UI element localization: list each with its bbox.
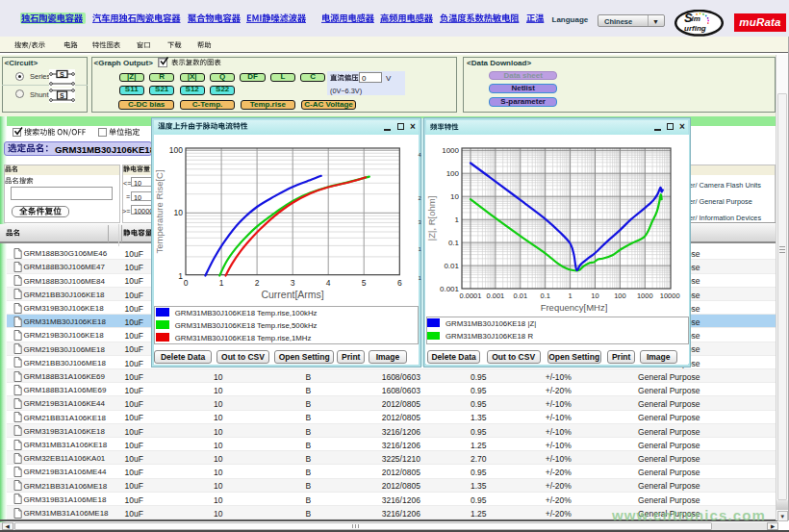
svg-text:1: 1 [178, 271, 183, 281]
svg-text:10: 10 [450, 192, 459, 201]
svg-text:0.01: 0.01 [513, 291, 527, 300]
svg-text:2: 2 [255, 278, 260, 288]
svg-text:0.01: 0.01 [444, 262, 459, 270]
svg-text:100: 100 [169, 145, 183, 155]
svg-text:100: 100 [446, 169, 460, 178]
svg-text:Current[Arms]: Current[Arms] [261, 289, 323, 300]
svg-text:0: 0 [184, 278, 189, 288]
svg-text:5: 5 [362, 278, 367, 288]
svg-text:3: 3 [291, 278, 295, 288]
svg-text:0.001: 0.001 [487, 291, 505, 300]
svg-text:Frequency[MHz]: Frequency[MHz] [541, 302, 608, 313]
svg-text:1000: 1000 [637, 291, 653, 300]
svg-text:0.1: 0.1 [448, 239, 460, 247]
svg-text:0.001: 0.001 [440, 285, 460, 293]
svg-text:urfing: urfing [684, 24, 706, 33]
svg-text:1: 1 [455, 215, 460, 224]
svg-text:1: 1 [569, 291, 573, 300]
svg-text:4: 4 [326, 278, 331, 288]
svg-text:im: im [692, 14, 700, 23]
svg-text:Temperature Rise[C]: Temperature Rise[C] [154, 169, 165, 253]
svg-text:10: 10 [174, 208, 184, 217]
svg-text:1000: 1000 [442, 146, 459, 155]
svg-text:10000: 10000 [660, 291, 680, 300]
svg-text:10: 10 [591, 291, 598, 300]
svg-text:0.0001: 0.0001 [460, 291, 482, 300]
svg-text:S: S [60, 70, 64, 77]
svg-text:|Z|, R[ohm]: |Z|, R[ohm] [426, 196, 437, 241]
svg-text:0.1: 0.1 [540, 291, 549, 300]
svg-text:100: 100 [614, 291, 626, 300]
svg-text:6: 6 [397, 278, 402, 288]
svg-text:1: 1 [219, 278, 224, 288]
svg-text:S: S [60, 91, 64, 98]
